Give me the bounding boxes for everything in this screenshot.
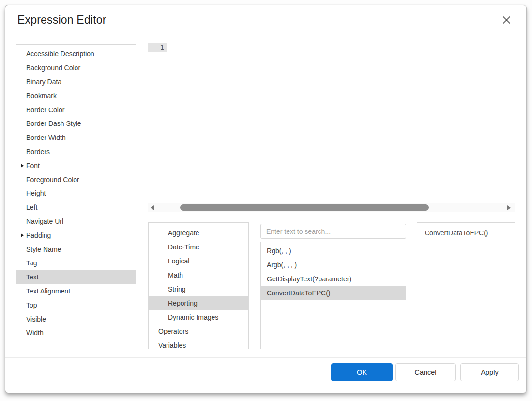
property-item[interactable]: Top: [16, 298, 136, 312]
category-item[interactable]: Aggregate: [149, 226, 248, 240]
property-label: Width: [26, 329, 44, 337]
function-item[interactable]: Argb(, , , ): [261, 258, 406, 272]
property-label: Border Dash Style: [26, 120, 81, 127]
property-label: Background Color: [26, 64, 80, 72]
function-label: GetDisplayText(?parameter): [267, 275, 351, 283]
property-label: Border Width: [26, 134, 66, 141]
category-label: Aggregate: [168, 229, 199, 237]
property-item[interactable]: Bookmark: [16, 89, 136, 103]
footer-separator: [5, 357, 526, 358]
function-label: ConvertDataToEPC(): [267, 289, 331, 297]
function-item[interactable]: ConvertDataToEPC(): [261, 286, 406, 300]
property-label: Tag: [26, 259, 37, 267]
property-item[interactable]: Border Width: [16, 131, 136, 145]
property-label: Text: [26, 273, 39, 281]
code-line[interactable]: ConvertDataToEPC('IFS' , 'BE720000000016…: [170, 43, 515, 52]
function-description-panel: ConvertDataToEPC(): [417, 222, 515, 349]
category-item[interactable]: Variables: [149, 338, 248, 349]
property-label: Foreground Color: [26, 176, 79, 184]
function-label: Rgb(, , ): [267, 247, 291, 255]
close-button[interactable]: [501, 15, 512, 26]
property-label: Navigate Url: [26, 217, 63, 225]
property-item[interactable]: Navigate Url: [16, 215, 136, 229]
category-item[interactable]: String: [149, 282, 248, 296]
property-item[interactable]: Font: [16, 158, 136, 172]
expand-arrow-icon: [21, 233, 24, 237]
category-label: Dynamic Images: [168, 313, 218, 321]
property-label: Left: [26, 203, 37, 211]
property-label: Bookmark: [26, 92, 57, 100]
property-item[interactable]: Binary Data: [16, 75, 136, 89]
category-label: Variables: [158, 341, 186, 349]
property-label: Border Color: [26, 106, 64, 114]
category-item[interactable]: Reporting: [149, 296, 248, 310]
category-item[interactable]: Math: [149, 268, 248, 282]
category-item[interactable]: Logical: [149, 254, 248, 268]
search-input[interactable]: [260, 224, 406, 239]
editor-horizontal-scrollbar[interactable]: [148, 203, 515, 212]
expression-code-editor[interactable]: 1 ConvertDataToEPC('IFS' , 'BE7200000000…: [148, 43, 515, 212]
property-label: Height: [26, 189, 46, 197]
category-label: Operators: [158, 327, 188, 335]
property-label: Borders: [26, 148, 50, 155]
function-label: Argb(, , , ): [267, 261, 297, 269]
category-label: String: [168, 285, 186, 293]
category-label: Date-Time: [168, 243, 199, 251]
expression-editor-dialog: Expression Editor Accessible Description…: [5, 5, 527, 393]
category-label: Math: [168, 271, 183, 279]
property-item[interactable]: Text: [16, 270, 136, 284]
property-label: Style Name: [26, 246, 61, 253]
category-item[interactable]: Date-Time: [149, 240, 248, 254]
cancel-button[interactable]: Cancel: [395, 363, 456, 381]
property-label: Binary Data: [26, 78, 61, 86]
scroll-left-icon[interactable]: [151, 205, 154, 210]
property-label: Accessible Description: [26, 50, 94, 58]
function-description: ConvertDataToEPC(): [417, 223, 515, 243]
function-item[interactable]: GetDisplayText(?parameter): [261, 272, 406, 286]
property-item[interactable]: Tag: [16, 256, 136, 270]
ok-button[interactable]: OK: [331, 363, 393, 381]
dialog-title: Expression Editor: [17, 14, 106, 27]
property-item[interactable]: Accessible Description: [16, 47, 136, 61]
property-item[interactable]: Visible: [16, 312, 136, 326]
property-label: Text Alignment: [26, 287, 70, 295]
property-label: Visible: [26, 315, 46, 323]
property-label: Padding: [26, 231, 51, 239]
property-item[interactable]: Borders: [16, 145, 136, 159]
property-item[interactable]: Background Color: [16, 61, 136, 75]
scrollbar-thumb[interactable]: [180, 204, 429, 211]
category-item[interactable]: Dynamic Images: [149, 310, 248, 324]
category-label: Reporting: [168, 299, 198, 307]
apply-button[interactable]: Apply: [460, 363, 519, 381]
property-label: Font: [26, 162, 40, 170]
close-icon: [502, 16, 511, 24]
property-item[interactable]: Text Alignment: [16, 284, 136, 298]
property-item[interactable]: Padding: [16, 228, 136, 242]
property-item[interactable]: Border Dash Style: [16, 117, 136, 131]
property-item[interactable]: Foreground Color: [16, 172, 136, 186]
functions-list-panel: Rgb(, , ) Argb(, , , ) GetDisplayText(?p…: [260, 242, 406, 349]
category-label: Logical: [168, 257, 189, 265]
line-number: 1: [148, 43, 167, 52]
function-item[interactable]: Rgb(, , ): [261, 244, 406, 258]
category-item[interactable]: Operators: [149, 324, 248, 338]
property-item[interactable]: Style Name: [16, 242, 136, 256]
property-label: Top: [26, 301, 37, 309]
properties-panel: Accessible Description Background Color …: [16, 44, 136, 349]
property-item[interactable]: Border Color: [16, 103, 136, 117]
property-item[interactable]: Height: [16, 186, 136, 200]
property-item[interactable]: Left: [16, 200, 136, 215]
dialog-header: Expression Editor: [5, 5, 526, 35]
function-categories-panel: Aggregate Date-Time Logical Math String …: [148, 222, 249, 349]
scroll-right-icon[interactable]: [507, 205, 511, 210]
property-item[interactable]: Width: [16, 326, 136, 340]
expand-arrow-icon: [21, 164, 24, 168]
